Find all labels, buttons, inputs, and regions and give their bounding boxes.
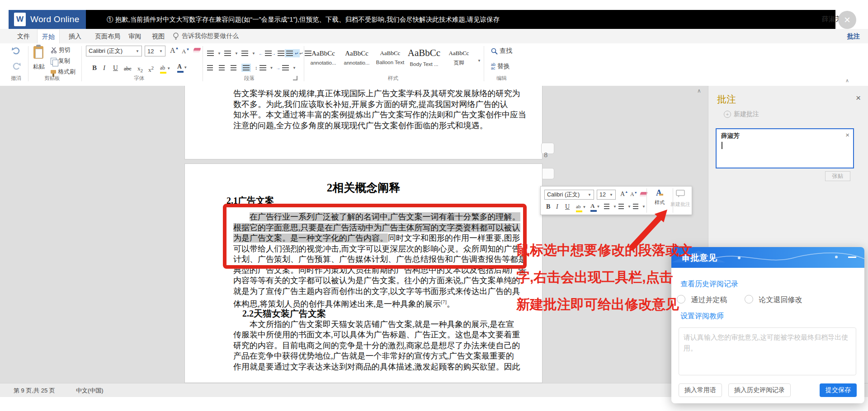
mini-bold-button[interactable]: B <box>546 203 550 210</box>
ltr-paragraph-button[interactable]: ↵ <box>285 49 300 57</box>
shrink-font-button[interactable]: A▼ <box>182 47 189 55</box>
minimize-icon[interactable] <box>848 257 856 258</box>
increase-indent-button[interactable]: → <box>271 51 284 56</box>
decrease-indent-icon <box>265 51 272 56</box>
redo-icon[interactable] <box>12 62 21 70</box>
comment-marker-tab[interactable] <box>541 168 554 179</box>
language-status[interactable]: 中文(中国) <box>76 387 104 395</box>
comments-pane-title: 批注 <box>717 93 736 106</box>
radio-return[interactable]: 论文退回修改 <box>745 295 802 305</box>
tab-review[interactable]: 审阅 <box>124 29 146 43</box>
styles-gallery-more-icon[interactable]: ▼ <box>477 59 481 63</box>
format-painter-icon <box>51 70 56 74</box>
bullet-list-icon <box>604 204 609 209</box>
mini-font-name-select[interactable]: Calibri (正文)▼ <box>544 190 594 200</box>
post-comment-button[interactable]: 张贴 <box>825 171 850 181</box>
clear-formatting-button[interactable] <box>193 48 200 52</box>
highlight-color-bar <box>160 72 166 74</box>
paragraph-shading-button[interactable]: →▼ <box>276 65 296 70</box>
highlight-color-button[interactable]: ab▼ <box>160 63 170 74</box>
paste-button[interactable]: 粘贴 <box>33 46 45 71</box>
approval-panel-header: 审批意见 <box>671 247 864 268</box>
document-canvas[interactable]: 告文案学科发展的规律,真正体现国际上广告文案学科及其研究发展脉络的研究为 数不多… <box>0 86 708 383</box>
paragraph-dialog-launcher-icon[interactable] <box>293 76 297 80</box>
mini-grow-font-button[interactable]: A▲ <box>620 190 628 198</box>
close-icon[interactable]: × <box>838 11 856 29</box>
insert-phrase-button[interactable]: 插入常用语 <box>679 383 722 397</box>
new-comment-link[interactable]: + 新建批注 <box>724 110 759 118</box>
style-annotation-2[interactable]: AaBbCc annotatio... <box>341 50 373 65</box>
group-label-editing: 编辑 <box>496 75 507 82</box>
style-balloon-text[interactable]: AaBbCc Balloon Text <box>374 50 406 65</box>
replace-label: 替换 <box>497 62 510 70</box>
document-page-8[interactable]: 告文案学科发展的规律,真正体现国际上广告文案学科及其研究发展脉络的研究为 数不多… <box>184 86 542 159</box>
line-spacing-icon <box>259 65 266 70</box>
style-annotation-1[interactable]: AaBbCc annotatio... <box>307 50 339 65</box>
divider <box>203 46 203 81</box>
decrease-indent-button[interactable]: ← <box>259 51 272 56</box>
tab-view[interactable]: 视图 <box>147 29 169 43</box>
bold-button[interactable]: B <box>92 64 97 72</box>
strikethrough-button[interactable]: abc <box>124 65 132 72</box>
scrollbar-up-icon[interactable]: ∧ <box>697 88 701 94</box>
tab-home[interactable]: 开始 <box>37 29 60 44</box>
line-spacing-button[interactable]: ↕▼ <box>255 65 273 70</box>
divider <box>81 46 82 81</box>
tell-me-box[interactable]: 告诉我你想要做什么 <box>173 29 239 43</box>
underline-button[interactable]: U <box>113 64 118 72</box>
mini-clear-formatting-button[interactable] <box>640 192 647 196</box>
tab-insert[interactable]: 插入 <box>64 29 86 43</box>
group-label-font: 字体 <box>134 75 144 82</box>
bullet-list-button[interactable]: ▼ <box>207 51 221 56</box>
copy-button[interactable]: 复制 <box>51 57 70 65</box>
italic-button[interactable]: I <box>103 64 105 72</box>
tab-page-layout[interactable]: 页面布局 <box>90 29 125 43</box>
divider <box>484 46 484 81</box>
justify-button[interactable] <box>241 64 251 72</box>
font-size-select[interactable]: 12▼ <box>145 46 165 56</box>
multilevel-list-icon <box>241 51 248 56</box>
numbered-list-button[interactable]: ▼ <box>224 51 238 56</box>
comment-card[interactable]: 薛淑芳 × <box>716 128 854 168</box>
chevron-down-icon: ▼ <box>609 193 613 197</box>
document-page-9[interactable]: 2相关概念阐释 2.1广告文案 在广告行业一系列广泛被了解的名词中,广告文案一词… <box>184 163 542 383</box>
radio-pass-label: 通过并定稿 <box>691 296 727 304</box>
cut-button[interactable]: 剪切 <box>51 46 71 54</box>
mini-font-size-select[interactable]: 12▼ <box>597 190 616 200</box>
align-left-icon[interactable] <box>207 65 213 70</box>
mini-italic-button[interactable]: I <box>556 203 558 210</box>
mini-bullet-list-button[interactable]: ▼ <box>604 204 617 209</box>
font-size-value: 12 <box>147 48 154 55</box>
mini-shrink-font-button[interactable]: A▼ <box>630 191 637 198</box>
mini-underline-button[interactable]: U <box>565 203 570 210</box>
superscript-button[interactable]: x2 <box>148 65 154 74</box>
subscript-button[interactable]: x2 <box>137 65 143 73</box>
style-footer[interactable]: AaBbCc 页脚 <box>443 50 475 66</box>
paragraph-shading-icon <box>282 65 289 70</box>
align-center-icon[interactable] <box>219 65 225 70</box>
close-icon[interactable]: × <box>856 93 861 103</box>
undo-icon[interactable] <box>12 47 21 55</box>
multilevel-list-button[interactable]: ▼ <box>241 51 255 56</box>
font-name-select[interactable]: Calibri (正文)▼ <box>86 46 142 56</box>
plus-circle-icon: + <box>724 111 731 118</box>
approval-panel: 审批意见 查看历史评阅记录 通过并定稿 论文退回修改 设置评阅教师 请认真输入您… <box>671 247 864 403</box>
mini-font-color-button[interactable]: A▼ <box>590 201 600 212</box>
find-button[interactable]: 查找 <box>491 47 512 55</box>
close-icon[interactable]: × <box>845 131 849 139</box>
replace-button[interactable]: abac 替换 <box>491 62 510 70</box>
comment-marker-tab[interactable] <box>541 143 554 154</box>
align-right-icon[interactable] <box>231 65 236 70</box>
mini-highlight-button[interactable]: ab▼ <box>576 202 586 212</box>
style-body-text[interactable]: AaBbCc Body Text ... <box>407 47 441 67</box>
tab-comments[interactable]: 批注 <box>847 29 860 43</box>
approval-comment-textarea[interactable]: 请认真输入您的审批意见,这可能被学校最终归档导出使用。 <box>679 327 856 375</box>
doc-heading-1: 2相关概念阐释 <box>185 180 542 195</box>
submit-save-button[interactable]: 提交保存 <box>820 383 857 397</box>
collapse-ribbon-icon[interactable]: ∧ <box>845 78 849 84</box>
font-color-button[interactable]: A▼ <box>177 62 187 73</box>
notice-bar: ① 抱歉,当前插件对中文大写数字存在兼容问题(如“一”会显示成“1”),但预览、… <box>86 10 835 29</box>
grow-font-button[interactable]: A▲ <box>170 46 179 55</box>
tab-file[interactable]: 文件 <box>13 29 34 43</box>
insert-history-button[interactable]: 插入历史评阅记录 <box>728 383 791 397</box>
